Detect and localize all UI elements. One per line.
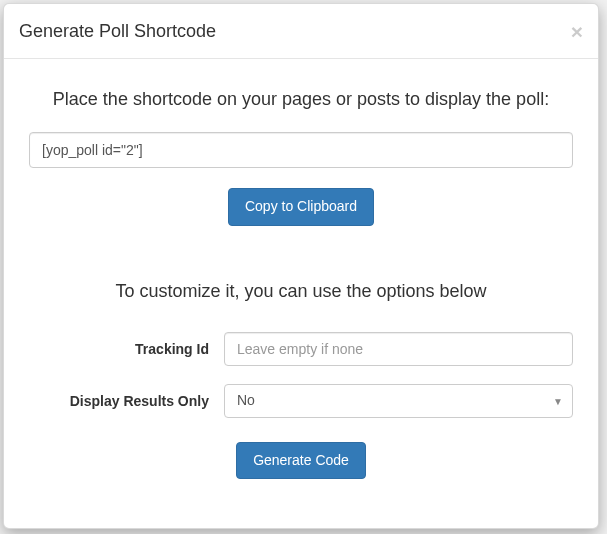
display-results-select[interactable]: No — [224, 384, 573, 418]
generate-button-row: Generate Code — [29, 442, 573, 480]
modal-header: Generate Poll Shortcode × — [4, 4, 598, 59]
tracking-id-input[interactable] — [224, 332, 573, 366]
instruction-text: Place the shortcode on your pages or pos… — [29, 89, 573, 110]
generate-poll-shortcode-modal: Generate Poll Shortcode × Place the shor… — [3, 3, 599, 529]
close-button[interactable]: × — [571, 21, 583, 42]
display-results-select-wrap[interactable]: No ▼ — [224, 384, 573, 418]
display-results-row: Display Results Only No ▼ — [29, 384, 573, 418]
tracking-id-label: Tracking Id — [29, 341, 224, 357]
copy-button-row: Copy to Clipboard — [29, 188, 573, 226]
copy-to-clipboard-button[interactable]: Copy to Clipboard — [228, 188, 374, 226]
customize-text: To customize it, you can use the options… — [29, 281, 573, 302]
modal-body: Place the shortcode on your pages or pos… — [4, 59, 598, 494]
display-results-label: Display Results Only — [29, 393, 224, 409]
tracking-id-row: Tracking Id — [29, 332, 573, 366]
generate-code-button[interactable]: Generate Code — [236, 442, 366, 480]
shortcode-input[interactable] — [29, 132, 573, 168]
modal-title: Generate Poll Shortcode — [19, 19, 216, 44]
